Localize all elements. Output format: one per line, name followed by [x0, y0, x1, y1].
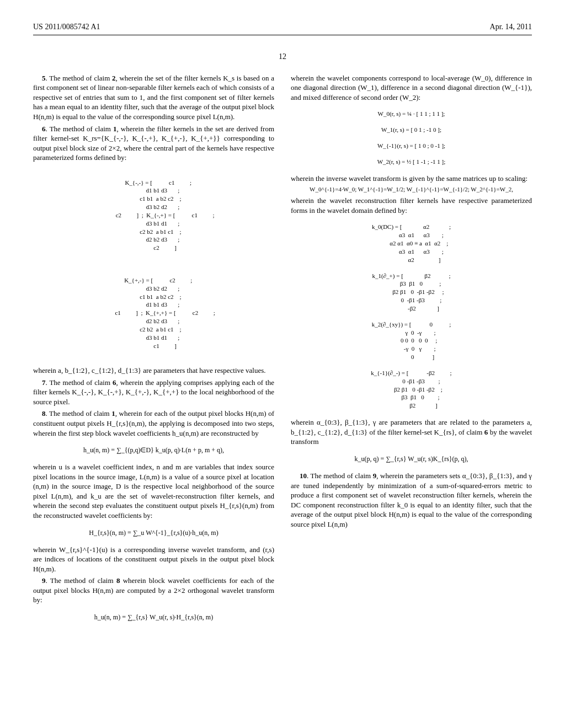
matrix-k0: k_0(DC) = [ α2 ; α3 α1 α3 ; α2 α1 α0 ≡ a…	[291, 223, 532, 264]
claim-10: 10. The method of claim 9, wherein the p…	[291, 471, 532, 529]
page-number: 12	[33, 52, 532, 62]
equation-W1: W_1(r, s) = [ 0 1 ; -1 0 ];	[291, 126, 532, 134]
claim-5: 5. The method of claim 2, wherein the se…	[33, 73, 274, 122]
inverse-wavelet-text: wherein the inverse wavelet transform is…	[291, 174, 532, 184]
equation-hu2: h_u(n, m) = ∑_{r,s} W_u(r, s)·H_{r,s}(n,…	[33, 613, 274, 622]
page-header: US 2011/0085742 A1 Apr. 14, 2011	[33, 22, 532, 33]
equation-ku: k_u(p, q) = ∑_{r,s} W_u(r, s)K_{rs}(p, q…	[291, 454, 532, 463]
equation-W0: W_0(r, s) = ¼ · [ 1 1 ; 1 1 ];	[291, 110, 532, 118]
equation-W2: W_2(r, s) = ½ [ 1 -1 ; -1 1 ];	[291, 158, 532, 166]
kernel-matrices-bottom: K_{+,-} = [ c2 ; d3 b2 d2 ; c1 b1 a b2 c…	[33, 268, 274, 358]
equation-Hrs: H_{r,s}(n, m) = ∑_u W^{-1}_{r,s}(u)·h_u(…	[33, 528, 274, 537]
equation-Wm1: W_{-1}(r, s) = [ 1 0 ; 0 -1 ];	[291, 142, 532, 150]
header-rule	[33, 35, 532, 35]
wavelet-components-text: wherein the wavelet components correspon…	[291, 73, 532, 103]
claim-8: 8. The method of claim 1, wherein for ea…	[33, 409, 274, 438]
claim-7: 7. The method of claim 6, wherein the ap…	[33, 378, 274, 407]
params-related-text: wherein α_{0:3}, β_{1:3}, γ are paramete…	[291, 417, 532, 447]
claim-9: 9. The method of claim 8 wherein block w…	[33, 576, 274, 605]
publication-date: Apr. 14, 2011	[490, 22, 532, 33]
claim-8-end: wherein W_{r,s}^{-1}(u) is a correspondi…	[33, 545, 274, 574]
claim-8-mid: wherein u is a wavelet coefficient index…	[33, 462, 274, 520]
equation-hu: h_u(n, m) = ∑_{(p,q)∈D} k_u(p, q)·L(n + …	[33, 446, 274, 454]
matrix-km1: k_{-1}(∂_-) = [ -β2 ; 0 -β1 -β3 ; β2 β1 …	[291, 369, 532, 410]
matrix-k1: k_1(∂_+) = [ β2 ; β3 β1 0 ; β2 β1 0 -β1 …	[291, 272, 532, 313]
kernel-matrices-top: K_{-,-} = [ c1 ; d1 b1 d3 ; c1 b1 a b2 c…	[33, 170, 274, 260]
wavelet-recon-text: wherein the wavelet reconstruction filte…	[291, 196, 532, 215]
two-column-content: 5. The method of claim 2, wherein the se…	[33, 73, 532, 629]
inverse-scaling: W_0^{-1}=4·W_0; W_1^{-1}=W_1/2; W_{-1}^{…	[291, 185, 532, 194]
claim-number: 10	[300, 472, 307, 480]
publication-number: US 2011/0085742 A1	[33, 22, 100, 33]
left-column: 5. The method of claim 2, wherein the se…	[33, 73, 274, 629]
claim-6: 6. The method of claim 1, wherein the fi…	[33, 124, 274, 163]
matrix-k2: k_2(∂_{xy}) = [ 0 ; γ 0 -γ ; 0 0 0 0 0 ;…	[291, 320, 532, 361]
claim-6-after: wherein a, b_{1:2}, c_{1:2}, d_{1:3} are…	[33, 366, 274, 376]
right-column: wherein the wavelet components correspon…	[291, 73, 532, 629]
